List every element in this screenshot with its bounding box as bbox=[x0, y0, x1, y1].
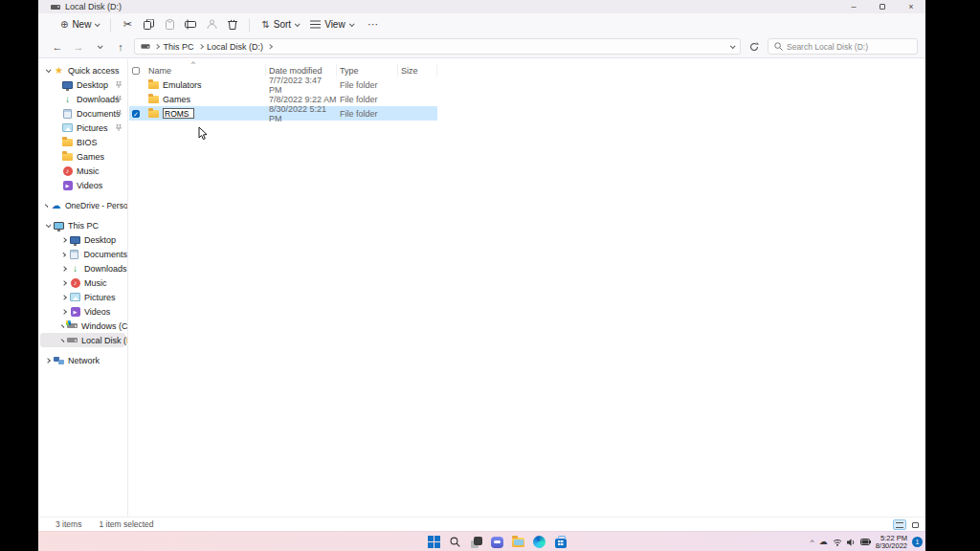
sidebar-item-label: Desktop bbox=[77, 80, 108, 90]
file-explorer-button[interactable] bbox=[512, 536, 525, 549]
file-type: File folder bbox=[337, 106, 398, 121]
large-icons-view-button[interactable] bbox=[908, 519, 922, 530]
sidebar-item-onedrive[interactable]: ☁ OneDrive - Personal bbox=[38, 198, 127, 212]
minimize-icon: – bbox=[851, 2, 856, 11]
column-header-date-modified[interactable]: Date modified bbox=[266, 64, 337, 77]
more-options-button[interactable]: ⋯ bbox=[363, 16, 384, 33]
chat-button[interactable] bbox=[491, 536, 504, 549]
chevron-right-icon[interactable] bbox=[45, 204, 49, 208]
chevron-right-icon[interactable] bbox=[61, 309, 67, 315]
chevron-right-icon[interactable] bbox=[61, 324, 65, 328]
notification-badge[interactable]: 1 bbox=[912, 537, 923, 547]
address-dropdown-icon[interactable] bbox=[730, 43, 736, 49]
rename-button[interactable] bbox=[180, 16, 201, 33]
paste-button[interactable] bbox=[159, 16, 180, 33]
copy-icon bbox=[144, 19, 154, 30]
taskbar-search-button[interactable] bbox=[449, 536, 462, 549]
delete-button[interactable] bbox=[222, 16, 243, 33]
sidebar-item-games[interactable]: Games bbox=[38, 149, 127, 164]
sidebar-item-pc-downloads[interactable]: ↓ Downloads bbox=[38, 261, 127, 276]
mouse-cursor bbox=[198, 127, 209, 141]
column-headers: Name ^ Date modified Type Size bbox=[129, 63, 925, 77]
search-icon bbox=[450, 537, 460, 547]
toolbar-divider bbox=[249, 18, 250, 32]
documents-icon bbox=[63, 109, 72, 119]
chevron-right-icon[interactable] bbox=[45, 358, 51, 364]
search-box[interactable] bbox=[768, 38, 918, 55]
sidebar-item-downloads[interactable]: ↓ Downloads bbox=[38, 92, 127, 106]
file-row-roms-selected[interactable]: ✓ 8/30/2022 5:21 PM File folder bbox=[129, 106, 437, 121]
rename-input[interactable] bbox=[163, 108, 194, 119]
up-button[interactable]: ↑ bbox=[113, 39, 128, 55]
breadcrumb-item-local-disk-d[interactable]: Local Disk (D:) bbox=[207, 42, 263, 52]
sidebar-item-pc-desktop[interactable]: Desktop bbox=[38, 232, 127, 247]
maximize-button[interactable] bbox=[868, 0, 897, 13]
hidden-icons-chevron-icon[interactable]: ^ bbox=[811, 539, 814, 546]
sidebar-item-this-pc[interactable]: This PC bbox=[38, 218, 127, 232]
forward-icon: → bbox=[74, 41, 84, 53]
share-button[interactable] bbox=[201, 16, 222, 33]
sidebar-item-bios[interactable]: BIOS bbox=[38, 135, 127, 149]
minimize-button[interactable]: – bbox=[839, 0, 868, 13]
breadcrumb[interactable]: This PC Local Disk (D:) bbox=[134, 38, 741, 55]
chevron-right-icon[interactable] bbox=[61, 266, 67, 272]
close-button[interactable]: × bbox=[897, 0, 925, 13]
details-view-icon bbox=[896, 522, 903, 528]
store-button[interactable] bbox=[554, 536, 568, 549]
sidebar-item-music[interactable]: ♪ Music bbox=[38, 164, 127, 178]
onedrive-tray-icon[interactable]: ☁ bbox=[819, 538, 828, 546]
sort-button[interactable]: ⇅ Sort bbox=[256, 16, 304, 33]
chevron-down-icon[interactable] bbox=[46, 67, 52, 73]
downloads-icon: ↓ bbox=[62, 94, 73, 104]
sidebar-item-pc-pictures[interactable]: Pictures bbox=[38, 290, 127, 304]
select-all-checkbox[interactable] bbox=[129, 64, 145, 77]
checked-checkbox-icon[interactable]: ✓ bbox=[132, 110, 140, 118]
back-button[interactable]: ← bbox=[50, 39, 65, 55]
refresh-button[interactable] bbox=[746, 39, 762, 55]
sidebar-item-windows-c[interactable]: Windows (C:) bbox=[38, 319, 127, 333]
videos-icon: ▶ bbox=[63, 181, 73, 190]
sidebar-item-desktop[interactable]: Desktop bbox=[38, 77, 127, 92]
search-input[interactable] bbox=[787, 42, 902, 52]
edge-button[interactable] bbox=[533, 536, 546, 549]
sidebar-item-label: Music bbox=[77, 166, 100, 176]
sidebar-item-pc-videos[interactable]: ▶ Videos bbox=[38, 304, 127, 319]
column-header-type[interactable]: Type bbox=[337, 64, 398, 77]
chevron-down-icon[interactable] bbox=[46, 222, 52, 228]
wifi-icon[interactable] bbox=[833, 539, 842, 546]
sidebar-item-pictures[interactable]: Pictures bbox=[38, 121, 127, 135]
task-view-button[interactable] bbox=[470, 536, 483, 549]
forward-button[interactable]: → bbox=[71, 39, 86, 55]
start-button[interactable] bbox=[428, 536, 441, 549]
chevron-right-icon[interactable] bbox=[61, 339, 65, 342]
battery-icon[interactable] bbox=[860, 539, 871, 545]
sidebar-item-quick-access[interactable]: ★ Quick access bbox=[38, 63, 127, 77]
edge-icon bbox=[533, 536, 546, 548]
sidebar-item-documents[interactable]: Documents bbox=[38, 106, 127, 121]
breadcrumb-item-this-pc[interactable]: This PC bbox=[164, 42, 194, 52]
copy-button[interactable] bbox=[138, 16, 159, 33]
view-button[interactable]: View bbox=[304, 16, 359, 33]
taskbar-clock[interactable]: 5:22 PM 8/30/2022 bbox=[876, 535, 907, 550]
new-button[interactable]: ⊕ New bbox=[55, 16, 104, 33]
recent-locations-button[interactable] bbox=[92, 39, 107, 55]
sidebar-item-label: Pictures bbox=[77, 123, 108, 133]
sidebar-item-label: Network bbox=[68, 356, 100, 365]
downloads-icon: ↓ bbox=[70, 263, 80, 274]
details-view-button[interactable] bbox=[893, 519, 906, 530]
sidebar-item-label: Downloads bbox=[77, 95, 120, 104]
chevron-right-icon[interactable] bbox=[61, 295, 67, 300]
chevron-right-icon[interactable] bbox=[61, 280, 67, 286]
sidebar-item-network[interactable]: Network bbox=[38, 353, 127, 367]
sidebar-item-pc-music[interactable]: ♪ Music bbox=[38, 276, 127, 290]
sidebar-item-videos[interactable]: ▶ Videos bbox=[38, 178, 127, 192]
chevron-right-icon[interactable] bbox=[61, 237, 67, 243]
sidebar-item-local-disk-d[interactable]: Local Disk (D:) bbox=[40, 333, 125, 347]
cut-button[interactable]: ✂ bbox=[117, 16, 138, 33]
file-row-emulators[interactable]: Emulators 7/7/2022 3:47 PM File folder bbox=[129, 77, 437, 92]
volume-icon[interactable] bbox=[847, 539, 856, 546]
column-header-name[interactable]: Name ^ bbox=[145, 64, 266, 77]
column-header-size[interactable]: Size bbox=[398, 64, 437, 77]
sidebar-item-pc-documents[interactable]: Documents bbox=[38, 247, 127, 261]
chevron-right-icon[interactable] bbox=[61, 252, 66, 256]
